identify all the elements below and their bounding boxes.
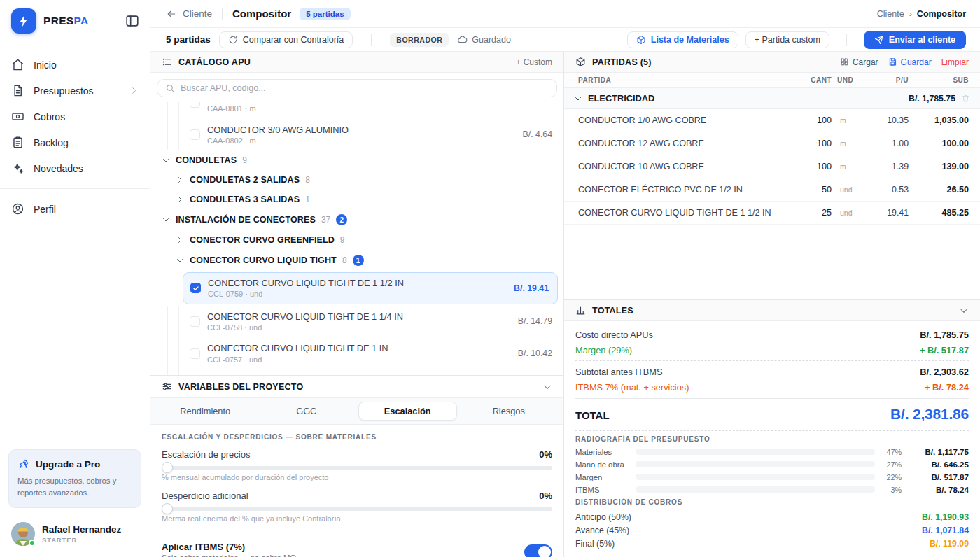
tree-item-selected[interactable]: CONECTOR CURVO LIQUID TIGHT DE 1 1/2 IN … <box>183 272 558 304</box>
cloud-icon <box>457 34 468 45</box>
upgrade-card[interactable]: Upgrade a Pro Más presupuestos, cobros y… <box>8 449 141 508</box>
partida-row[interactable]: CONECTOR CURVO LIQUID TIGHT DE 1 1/2 IN … <box>564 202 980 225</box>
partidas-group-electricidad[interactable]: ELECTRICIDAD B/. 1,785.75 <box>564 88 980 109</box>
cant-value[interactable]: 100 <box>799 139 832 148</box>
slider-label: Escalación de precios <box>162 449 250 460</box>
user-row[interactable]: Rafael Hernandez STARTER <box>0 515 150 557</box>
partidas-count-badge: 5 partidas <box>300 8 350 20</box>
send-to-client-button[interactable]: Enviar al cliente <box>864 31 966 49</box>
sidebar-item-cobros[interactable]: Cobros <box>0 104 150 129</box>
sidebar-item-backlog[interactable]: Backlog <box>0 129 150 155</box>
slider-knob[interactable] <box>162 462 173 473</box>
load-button[interactable]: Cargar <box>840 57 878 67</box>
variables-header[interactable]: VARIABLES DEL PROYECTO <box>150 376 564 398</box>
back-button[interactable]: Cliente <box>166 8 212 20</box>
checkbox[interactable] <box>190 316 200 327</box>
slider-knob[interactable] <box>162 503 173 514</box>
chevron-down-icon <box>176 256 184 265</box>
checkbox[interactable] <box>190 129 200 140</box>
item-code: CCL-0758 · und <box>207 323 511 332</box>
totales-body: Costo directo APUs B/. 1,785.75 Margen (… <box>564 321 980 557</box>
slider-escalacion-precios: Escalación de precios 0% % mensual acumu… <box>162 449 552 481</box>
nav-label: Cobros <box>34 111 65 122</box>
cant-value[interactable]: 25 <box>799 208 832 218</box>
partida-row[interactable]: CONECTOR ELÉCTRICO PVC DE 1/2 IN 50 und … <box>564 178 980 202</box>
partida-row[interactable]: CONDUCTOR 1/0 AWG COBRE 100 m 10.35 1,03… <box>564 109 980 132</box>
partida-row[interactable]: CONDUCTOR 10 AWG COBRE 100 m 1.39 139.00 <box>564 155 980 178</box>
selected-count-badge: 1 <box>353 255 364 266</box>
tree-item[interactable]: CONDUCTOR 3/0 AWG ALUMINIO CAA-0802 · m … <box>150 119 564 151</box>
tree-item-partial[interactable]: CONDUCTOR 1/0 AWG ALUMINIO CAA-0801 · m <box>150 102 564 119</box>
col-cant: CANT <box>799 76 832 84</box>
bar-track <box>636 474 875 480</box>
trash-icon[interactable] <box>961 94 970 103</box>
checkbox-checked[interactable] <box>190 283 201 293</box>
slider-track[interactable] <box>162 507 552 511</box>
cant-value[interactable]: 100 <box>799 162 832 171</box>
top-header: Cliente Compositor 5 partidas Cliente › … <box>150 0 980 28</box>
tree-group-instalacion-conectores[interactable]: INSTALACIÓN DE CONECTORES 37 2 <box>150 209 564 230</box>
col-sub: SUB <box>914 76 969 84</box>
chevron-down-icon <box>574 94 582 103</box>
item-code: CCL-0757 · und <box>207 355 511 365</box>
tree-group-conector-greenfield[interactable]: CONECTOR CURVO GREENFIELD 9 <box>150 230 564 250</box>
slider-value: 0% <box>539 491 552 501</box>
itbms-toggle[interactable] <box>524 544 552 557</box>
nav-label: Presupuestos <box>34 85 94 97</box>
search-box <box>157 79 557 97</box>
section-label: ESCALACIÓN Y DESPERDICIOS — SOBRE MATERI… <box>162 433 552 441</box>
divider <box>575 360 969 361</box>
content-area: CATÁLOGO APU + Custom <box>150 52 980 557</box>
breakdown-bar-itbms: ITBMS 3% B/. 78.24 <box>575 485 969 494</box>
check-icon <box>192 285 200 292</box>
breadcrumb-parent[interactable]: Cliente <box>877 9 904 19</box>
partida-custom-button[interactable]: + Partida custom <box>746 31 830 48</box>
total-line-margen: Margen (29%) + B/. 517.87 <box>575 342 969 358</box>
tree-group-conector-liquid-tight[interactable]: CONECTOR CURVO LIQUID TIGHT 8 1 <box>150 250 564 271</box>
search-icon <box>165 83 175 93</box>
slider-caption: % mensual acumulado por duración del pro… <box>162 473 552 481</box>
save-button[interactable]: Guardar <box>888 57 932 67</box>
divider <box>371 34 372 46</box>
search-input[interactable] <box>181 83 549 93</box>
sidebar-item-novedades[interactable]: Novedades <box>0 155 150 181</box>
tab-ggc[interactable]: GGC <box>258 402 356 421</box>
divider <box>575 430 969 431</box>
checkbox[interactable] <box>190 102 200 108</box>
sidebar-item-presupuestos[interactable]: Presupuestos <box>0 78 150 104</box>
partidas-title: PARTIDAS (5) <box>592 57 652 67</box>
cant-value[interactable]: 100 <box>799 115 832 125</box>
partida-row[interactable]: CONDUCTOR 12 AWG COBRE 100 m 1.00 100.00 <box>564 132 980 155</box>
tree-group-conduletas[interactable]: CONDULETAS 9 <box>150 150 564 170</box>
tab-escalacion[interactable]: Escalación <box>358 402 457 421</box>
cobro-row-anticipo: Anticipo (50%) B/. 1,190.93 <box>575 510 969 523</box>
apu-tree: CONDUCTOR 1/0 AWG ALUMINIO CAA-0801 · m … <box>150 102 564 375</box>
checkbox[interactable] <box>190 348 200 359</box>
clear-button[interactable]: Limpiar <box>941 57 969 67</box>
chevron-down-icon[interactable] <box>542 382 552 392</box>
sidebar-nav: Inicio Presupuestos Cobros Backlog Noved… <box>0 43 150 222</box>
materials-list-button[interactable]: Lista de Materiales <box>627 31 738 48</box>
tab-rendimiento[interactable]: Rendimiento <box>156 402 255 421</box>
cant-value[interactable]: 50 <box>799 185 832 195</box>
compare-contraloria-button[interactable]: Comparar con Contraloría <box>219 31 354 48</box>
chevron-down-icon[interactable] <box>959 306 969 316</box>
sidebar-toggle-icon[interactable] <box>125 13 140 29</box>
toolbar: 5 partidas Comparar con Contraloría BORR… <box>150 28 980 52</box>
tree-item[interactable]: CONECTOR CURVO LIQUID TIGHT DE 1 1/4 IN … <box>150 306 564 338</box>
add-custom-link[interactable]: + Custom <box>516 57 552 67</box>
item-price: B/. 4.64 <box>523 129 552 139</box>
tab-riesgos[interactable]: Riesgos <box>460 402 559 421</box>
tree-group-conduletas-2-salidas[interactable]: CONDULETAS 2 SALIDAS 8 <box>150 170 564 190</box>
tree-item[interactable]: CONECTOR CURVO LIQUID TIGHT DE 1/2 IN CC… <box>150 369 564 375</box>
item-name: CONDUCTOR 3/0 AWG ALUMINIO <box>207 124 516 136</box>
divider <box>575 398 969 399</box>
slider-track[interactable] <box>162 466 552 470</box>
tree-item[interactable]: CONECTOR CURVO LIQUID TIGHT DE 1 IN CCL-… <box>150 337 564 369</box>
sidebar-item-inicio[interactable]: Inicio <box>0 52 150 78</box>
nav-label: Perfil <box>34 204 56 215</box>
totales-header[interactable]: TOTALES <box>564 300 980 321</box>
tree-group-conduletas-3-salidas[interactable]: CONDULETAS 3 SALIDAS 1 <box>150 190 564 209</box>
sidebar-item-perfil[interactable]: Perfil <box>0 196 150 222</box>
nav-label: Inicio <box>34 59 57 71</box>
